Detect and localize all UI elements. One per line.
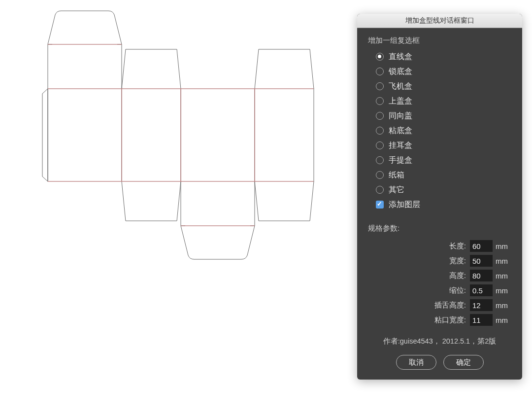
box-type-option[interactable]: 锁底盒 xyxy=(376,65,511,78)
button-row: 取消 确定 xyxy=(368,355,511,370)
param-input[interactable] xyxy=(470,314,493,326)
box-type-radio[interactable] xyxy=(376,127,384,135)
params-title: 规格参数: xyxy=(368,224,511,233)
param-unit: mm xyxy=(496,301,511,310)
box-type-radio[interactable] xyxy=(376,68,384,75)
canvas-area xyxy=(0,0,345,419)
param-label: 粘口宽度: xyxy=(434,315,466,325)
box-type-label: 直线盒 xyxy=(389,52,412,62)
svg-rect-4 xyxy=(255,89,314,181)
box-type-radio[interactable] xyxy=(376,171,384,179)
box-type-option[interactable]: 直线盒 xyxy=(376,50,511,63)
box-type-radio[interactable] xyxy=(376,97,384,105)
param-row: 宽度:mm xyxy=(368,255,511,267)
param-label: 插舌高度: xyxy=(434,301,466,310)
param-unit: mm xyxy=(496,316,511,324)
param-input[interactable] xyxy=(470,240,493,252)
box-type-radio[interactable] xyxy=(376,141,384,149)
param-input[interactable] xyxy=(470,255,493,267)
box-type-option[interactable]: 同向盖 xyxy=(376,109,511,122)
add-layer-checkbox-row[interactable]: 添加图层 xyxy=(376,198,511,211)
param-label: 长度: xyxy=(449,242,466,251)
param-row: 缩位:mm xyxy=(368,284,511,296)
param-unit: mm xyxy=(496,242,511,250)
box-type-label: 同向盖 xyxy=(389,111,412,121)
param-unit: mm xyxy=(496,257,511,265)
box-type-label: 挂耳盒 xyxy=(389,140,412,151)
dialog-body: 增加一组复选框 直线盒锁底盒飞机盒上盖盒同向盖粘底盒挂耳盒手提盒纸箱其它 添加图… xyxy=(357,28,522,380)
param-row: 插舌高度:mm xyxy=(368,299,511,311)
param-input[interactable] xyxy=(470,284,493,296)
svg-rect-2 xyxy=(122,89,181,181)
dialog-title: 增加盒型线对话框窗口 xyxy=(405,16,474,24)
param-unit: mm xyxy=(496,272,511,280)
box-type-label: 锁底盒 xyxy=(389,67,412,77)
param-label: 高度: xyxy=(449,271,466,280)
param-row: 粘口宽度:mm xyxy=(368,314,511,326)
param-unit: mm xyxy=(496,286,511,295)
svg-rect-3 xyxy=(181,89,255,181)
box-type-label: 粘底盒 xyxy=(389,126,412,136)
add-layer-checkbox[interactable] xyxy=(376,201,384,209)
box-type-radio-group: 直线盒锁底盒飞机盒上盖盒同向盖粘底盒挂耳盒手提盒纸箱其它 xyxy=(368,50,511,196)
param-row: 长度:mm xyxy=(368,240,511,252)
param-row: 高度:mm xyxy=(368,270,511,281)
box-type-radio[interactable] xyxy=(376,186,384,194)
box-type-radio[interactable] xyxy=(376,112,384,120)
param-label: 宽度: xyxy=(449,256,466,266)
box-type-label: 上盖盒 xyxy=(389,96,412,106)
box-type-radio[interactable] xyxy=(376,53,384,61)
box-type-label: 手提盒 xyxy=(389,155,412,166)
box-type-option[interactable]: 挂耳盒 xyxy=(376,139,511,152)
param-label: 缩位: xyxy=(449,286,466,295)
box-type-label: 其它 xyxy=(389,185,404,195)
box-type-label: 飞机盒 xyxy=(389,81,412,92)
box-type-option[interactable]: 其它 xyxy=(376,183,511,196)
box-type-option[interactable]: 飞机盒 xyxy=(376,80,511,93)
svg-rect-1 xyxy=(48,89,122,181)
box-type-option[interactable]: 纸箱 xyxy=(376,169,511,181)
box-type-option[interactable]: 上盖盒 xyxy=(376,95,511,107)
box-type-option[interactable]: 手提盒 xyxy=(376,154,511,167)
params-list: 长度:mm宽度:mm高度:mm缩位:mm插舌高度:mm粘口宽度:mm xyxy=(368,240,511,326)
box-type-radio[interactable] xyxy=(376,156,384,164)
box-type-radio[interactable] xyxy=(376,82,384,90)
add-layer-label: 添加图层 xyxy=(389,200,420,210)
param-input[interactable] xyxy=(470,299,493,311)
dialog-titlebar[interactable]: 增加盒型线对话框窗口 xyxy=(357,14,522,28)
box-dialog: 增加盒型线对话框窗口 增加一组复选框 直线盒锁底盒飞机盒上盖盒同向盖粘底盒挂耳盒… xyxy=(357,14,522,380)
group-title: 增加一组复选框 xyxy=(368,36,511,45)
param-input[interactable] xyxy=(470,270,493,281)
box-type-label: 纸箱 xyxy=(389,170,404,180)
author-line: 作者:guise4543， 2012.5.1，第2版 xyxy=(368,337,511,346)
ok-button[interactable]: 确定 xyxy=(443,355,484,370)
box-dieline-drawing xyxy=(0,0,345,345)
cancel-button[interactable]: 取消 xyxy=(396,355,436,370)
box-type-option[interactable]: 粘底盒 xyxy=(376,124,511,137)
